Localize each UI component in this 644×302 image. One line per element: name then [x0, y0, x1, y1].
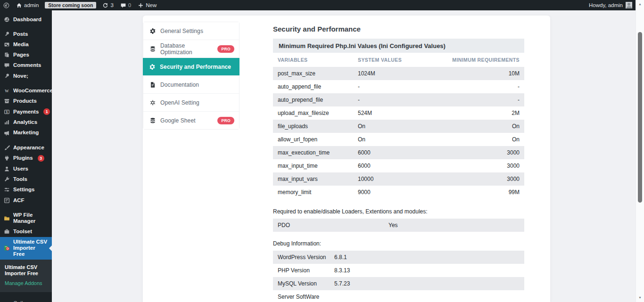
update-icon: [102, 2, 108, 8]
tab-openai-setting[interactable]: OpenAI Setting: [143, 94, 239, 112]
site-name-menu[interactable]: admin: [13, 0, 42, 10]
comments-count: 0: [128, 2, 131, 8]
database-icon: [149, 46, 156, 52]
variable-name: auto_append_file: [278, 83, 358, 90]
tab-database-optimization[interactable]: Database OptimizationPRO: [143, 40, 239, 58]
sidebar-item-label: Media: [13, 41, 29, 48]
sidebar-item-label: Appearance: [13, 145, 44, 151]
sidebar-item-nove[interactable]: Nove;: [0, 71, 52, 81]
sidebar-item-tools[interactable]: Tools: [0, 174, 52, 185]
sidebar-item-settings[interactable]: Settings: [0, 185, 52, 195]
sidebar-item-label: Users: [13, 166, 28, 172]
tab-label: Database Optimization: [160, 42, 213, 56]
pin-icon: [4, 73, 10, 79]
csv-logo-icon: [4, 245, 10, 251]
sidebar-item-wp-file-manager[interactable]: WP File Manager: [0, 210, 52, 226]
table-row-max-input-vars: max_input_vars100003000: [273, 172, 524, 186]
submenu-item-ultimate-csv-importer-free[interactable]: Ultimate CSV Importer Free: [0, 263, 52, 279]
table-row-mysql-version: MySQL Version5.7.23: [273, 277, 524, 290]
users-icon: [4, 166, 10, 172]
appearance-icon: [4, 145, 10, 151]
sidebar-item-label: Posts: [13, 31, 28, 37]
sidebar-item-marketing[interactable]: Marketing: [0, 128, 52, 138]
debug-name: PHP Version: [278, 267, 334, 274]
site-name: admin: [24, 2, 39, 8]
system-value: On: [358, 136, 425, 143]
sidebar-item-label: ACF: [13, 197, 25, 204]
database-icon: [149, 117, 156, 124]
wordpress-logo-menu[interactable]: [0, 0, 13, 10]
debug-name: Server SoftWare: [278, 294, 334, 300]
sidebar-item-ultimate-csv-importer-free[interactable]: Ultimate CSV Importer Free: [0, 237, 52, 260]
new-content-menu[interactable]: New: [134, 0, 160, 10]
page-title: Security and Performance: [273, 25, 524, 33]
products-icon: [4, 98, 10, 104]
tab-documentation[interactable]: Documentation: [143, 76, 239, 94]
sidebar-item-payments[interactable]: $Payments1: [0, 106, 52, 117]
howdy-text: Howdy, admin: [589, 2, 623, 8]
sidebar-item-label: Toolset: [13, 229, 32, 235]
home-icon: [16, 2, 22, 8]
browser-scrollbar[interactable]: ▲ ▼: [636, 0, 644, 302]
system-value: 6000: [358, 149, 425, 156]
settings-content: Security and Performance Minimum Require…: [273, 16, 524, 302]
account-menu[interactable]: Howdy, admin: [589, 2, 636, 8]
sidebar-item-analytics[interactable]: Analytics: [0, 117, 52, 128]
sidebar-item-posts[interactable]: Posts: [0, 29, 52, 39]
sidebar-item-appearance[interactable]: Appearance: [0, 142, 52, 153]
plugin-submenu: Ultimate CSV Importer Free Manage Addons: [0, 260, 52, 293]
settings-icon: [4, 187, 10, 193]
sidebar-item-products[interactable]: Products: [0, 96, 52, 106]
minimum-requirement: 3000: [425, 176, 520, 182]
sidebar-item-acf[interactable]: ACF: [0, 195, 52, 205]
sidebar-item-media[interactable]: Media: [0, 39, 52, 49]
sidebar-item-label: Payments: [13, 109, 39, 115]
sidebar-item-toolset[interactable]: Toolset: [0, 227, 52, 237]
tab-general-settings[interactable]: General Settings: [143, 22, 239, 40]
variable-name: max_execution_time: [278, 149, 358, 156]
sidebar-item-dashboard[interactable]: Dashboard: [0, 14, 52, 24]
pin-icon: [4, 31, 10, 37]
php-ini-table: post_max_size1024M10Mauto_append_file--a…: [273, 67, 524, 199]
minimum-requirement: 3000: [425, 149, 520, 156]
settings-tabs: General SettingsDatabase OptimizationPRO…: [143, 22, 239, 130]
tab-label: OpenAI Setting: [160, 99, 199, 106]
minimum-requirement: On: [425, 136, 520, 143]
acf-icon: [4, 197, 10, 204]
sidebar-item-plugins[interactable]: Plugins3: [0, 153, 52, 163]
sidebar-item-woocommerce[interactable]: WWooCommerce: [0, 85, 52, 96]
updates-menu[interactable]: 3: [99, 0, 116, 10]
tab-google-sheet[interactable]: Google SheetPRO: [143, 112, 239, 129]
minimum-requirement: 10M: [425, 70, 520, 77]
system-value: 9000: [358, 189, 425, 196]
scrollbar-thumb[interactable]: [638, 32, 642, 203]
sidebar-item-pages[interactable]: Pages: [0, 50, 52, 60]
pro-badge: PRO: [217, 117, 234, 124]
table-row-auto-append-file: auto_append_file--: [273, 80, 524, 93]
plugins-icon: [4, 155, 10, 161]
tab-security-and-performance[interactable]: Security and Performance: [143, 58, 239, 76]
column-header-variables: VARIABLES: [278, 57, 358, 63]
debug-name: WordPress Version: [278, 254, 334, 261]
sidebar-item-label: Tools: [13, 176, 27, 182]
scrollbar-down-arrow[interactable]: ▼: [636, 295, 644, 300]
minimum-requirement: On: [425, 123, 520, 130]
comments-menu[interactable]: 0: [117, 0, 134, 10]
svg-text:W: W: [5, 89, 9, 93]
pro-badge: PRO: [217, 45, 234, 53]
sidebar-item-users[interactable]: Users: [0, 163, 52, 174]
scrollbar-up-arrow[interactable]: ▲: [636, 2, 644, 7]
tab-label: Google Sheet: [160, 117, 196, 124]
submenu-item-manage-addons[interactable]: Manage Addons: [0, 278, 52, 288]
plus-icon: [138, 2, 144, 8]
notification-count-badge: 1: [43, 108, 50, 115]
sidebar-item-label: Plugins: [13, 155, 33, 161]
collapse-menu-button[interactable]: Collapse Menu: [0, 297, 52, 302]
system-value: -: [358, 97, 425, 103]
sidebar-item-comments[interactable]: Comments: [0, 60, 52, 71]
debug-table: WordPress Version6.8.1PHP Version8.3.13M…: [273, 251, 524, 302]
new-label: New: [146, 2, 157, 8]
sidebar-item-label: Products: [13, 98, 37, 104]
admin-sidebar: DashboardPostsMediaPagesCommentsNove;WWo…: [0, 10, 52, 302]
coming-soon-badge[interactable]: Store coming soon: [45, 2, 96, 8]
